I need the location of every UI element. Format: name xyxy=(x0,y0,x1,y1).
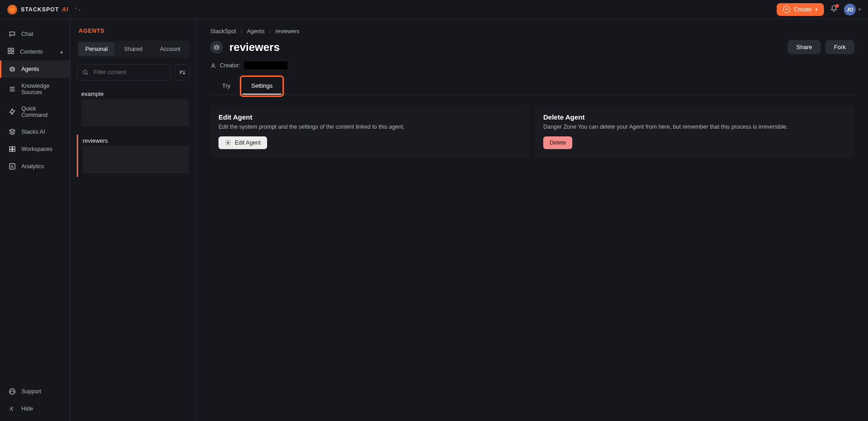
svg-point-14 xyxy=(83,70,87,74)
delete-agent-button[interactable]: Delete xyxy=(543,136,572,149)
create-button[interactable]: + Create ▾ xyxy=(777,3,824,16)
left-nav: Chat Contents ▴ Agents Knowledge Sources xyxy=(0,19,70,421)
breadcrumb-sep: / xyxy=(269,28,270,35)
user-menu[interactable]: JO ▾ xyxy=(844,4,861,15)
notifications-button[interactable] xyxy=(830,5,838,14)
page-title: reviewers xyxy=(229,41,280,54)
nav-chat[interactable]: Chat xyxy=(0,25,70,43)
nav-quick-command-label: Quick Command xyxy=(21,105,63,118)
nav-hide-label: Hide xyxy=(21,406,33,412)
agent-item-label: example xyxy=(81,90,189,97)
search-icon xyxy=(82,69,89,76)
card-edit-desc: Edit the system prompt and the settings … xyxy=(218,124,521,130)
nav-stacks-label: Stacks AI xyxy=(21,129,45,135)
main-content: StackSpot / Agents / reviewers reviewers… xyxy=(197,19,868,421)
fork-button[interactable]: Fork xyxy=(825,40,854,54)
agent-item-thumb xyxy=(81,99,189,126)
agents-panel: AGENTS Personal Shared Account example r… xyxy=(70,19,197,421)
user-icon xyxy=(210,63,216,69)
creator-label: Creator: xyxy=(220,62,240,69)
contents-icon xyxy=(7,47,15,56)
share-button[interactable]: Share xyxy=(788,40,821,54)
chevron-down-icon: ▾ xyxy=(815,7,818,12)
knowledge-icon xyxy=(9,85,16,93)
nav-analytics-label: Analytics xyxy=(21,163,44,170)
settings-cards: Edit Agent Edit the system prompt and th… xyxy=(210,105,854,158)
breadcrumb-sep: / xyxy=(241,28,242,35)
header-actions: + Create ▾ JO ▾ xyxy=(777,3,861,16)
delete-agent-button-label: Delete xyxy=(550,140,566,146)
svg-rect-2 xyxy=(8,51,10,54)
nav-support-label: Support xyxy=(21,388,41,395)
card-edit-title: Edit Agent xyxy=(218,113,521,121)
card-delete-title: Delete Agent xyxy=(543,113,846,121)
sort-icon xyxy=(179,69,186,76)
scope-tab-personal[interactable]: Personal xyxy=(79,42,114,56)
logo-block[interactable]: STACKSPOT AI ⌃⌄ xyxy=(7,5,81,15)
filter-input[interactable] xyxy=(93,69,166,76)
chevron-up-icon: ▴ xyxy=(60,49,63,54)
nav-support[interactable]: Support xyxy=(0,383,70,400)
logo-text-suffix: AI xyxy=(62,6,68,13)
analytics-icon xyxy=(9,163,16,170)
breadcrumb-current: reviewers xyxy=(275,28,300,35)
title-actions: Share Fork xyxy=(788,40,854,54)
nav-workspaces-label: Workspaces xyxy=(21,146,53,152)
avatar: JO xyxy=(844,4,856,15)
logo-text: STACKSPOT AI xyxy=(21,6,69,13)
plus-circle-icon: + xyxy=(783,6,790,13)
agent-robot-icon xyxy=(210,41,223,54)
tab-settings[interactable]: Settings xyxy=(242,78,282,95)
agents-icon xyxy=(9,65,16,73)
logo-icon xyxy=(7,5,17,15)
nav-stacks-ai[interactable]: Stacks AI xyxy=(0,123,70,140)
sort-button[interactable] xyxy=(174,64,190,80)
logo-text-main: STACKSPOT xyxy=(21,6,59,13)
svg-rect-9 xyxy=(13,147,15,149)
svg-point-17 xyxy=(217,47,218,47)
svg-marker-7 xyxy=(10,109,15,115)
nav-chat-label: Chat xyxy=(21,31,33,37)
card-delete-desc: Danger Zone You can delete your Agent fr… xyxy=(543,124,846,130)
filter-input-wrapper[interactable] xyxy=(77,64,171,80)
hide-icon xyxy=(9,405,16,412)
svg-point-18 xyxy=(212,64,214,65)
breadcrumb-root[interactable]: StackSpot xyxy=(210,28,236,35)
nav-agents-label: Agents xyxy=(21,66,39,72)
scope-tab-shared[interactable]: Shared xyxy=(115,42,151,56)
breadcrumb-agents[interactable]: Agents xyxy=(247,28,264,35)
title-left: reviewers xyxy=(210,41,280,54)
gear-icon xyxy=(225,140,231,146)
nav-hide[interactable]: Hide xyxy=(0,400,70,417)
nav-workspaces[interactable]: Workspaces xyxy=(0,140,70,158)
agent-item-label: reviewers xyxy=(83,137,189,144)
svg-point-16 xyxy=(215,47,216,47)
nav-quick-command[interactable]: Quick Command xyxy=(0,100,70,123)
nav-knowledge-sources[interactable]: Knowledge Sources xyxy=(0,78,70,100)
quick-command-icon xyxy=(9,108,16,115)
title-row: reviewers Share Fork xyxy=(210,40,854,54)
workspaces-icon xyxy=(9,145,16,153)
top-header: STACKSPOT AI ⌃⌄ + Create ▾ JO ▾ xyxy=(0,0,868,19)
agents-panel-title: AGENTS xyxy=(77,27,190,34)
edit-agent-button[interactable]: Edit Agent xyxy=(218,136,267,149)
svg-rect-1 xyxy=(11,48,14,50)
creator-row: Creator: xyxy=(210,61,854,70)
nav-analytics[interactable]: Analytics xyxy=(0,158,70,175)
agent-list-item-selected[interactable]: reviewers xyxy=(77,135,190,177)
svg-rect-8 xyxy=(10,147,12,149)
agent-list: example reviewers xyxy=(77,88,190,177)
svg-rect-11 xyxy=(13,150,15,151)
chat-icon xyxy=(9,30,16,38)
svg-point-19 xyxy=(227,142,229,144)
tab-try[interactable]: Try xyxy=(213,78,239,95)
scope-tab-account[interactable]: Account xyxy=(152,42,188,56)
logo-selector-icon[interactable]: ⌃⌄ xyxy=(74,7,81,12)
svg-rect-0 xyxy=(8,48,10,50)
nav-agents[interactable]: Agents xyxy=(0,60,70,78)
stacks-icon xyxy=(9,128,16,135)
agent-list-item[interactable]: example xyxy=(77,88,190,130)
nav-knowledge-label: Knowledge Sources xyxy=(21,83,63,95)
agent-item-thumb xyxy=(83,146,189,173)
nav-contents-section[interactable]: Contents ▴ xyxy=(0,43,70,60)
